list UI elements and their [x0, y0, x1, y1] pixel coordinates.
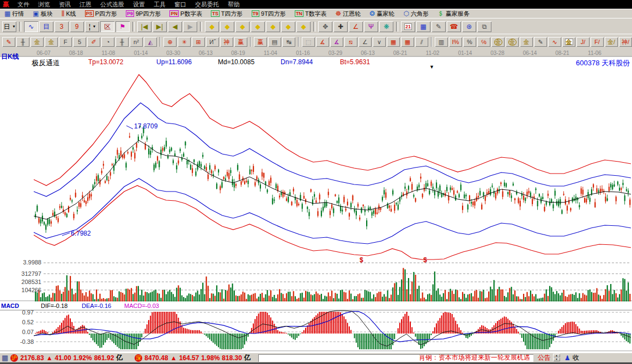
stepper-down-icon[interactable]: ▼	[553, 357, 560, 361]
gann-tool-button[interactable]: Ψ	[364, 21, 378, 32]
shanghai-badge-icon[interactable]: 沪	[10, 354, 18, 362]
collapse-label[interactable]: 收	[573, 353, 579, 362]
p-number-button[interactable]: PNP数字表	[168, 10, 203, 17]
menu-help[interactable]: 帮助	[223, 1, 244, 8]
p9-square-button[interactable]: P99P四方形	[125, 10, 162, 17]
zoom-hboth-button[interactable]: ◆	[235, 21, 250, 32]
menu-window[interactable]: 窗口	[170, 1, 191, 8]
zoom-right-button[interactable]: ◆	[220, 21, 234, 32]
target-circle-button[interactable]: ⊕	[163, 37, 177, 47]
menu-formula-stockpick[interactable]: 公式选股	[96, 1, 129, 8]
goto-first-button[interactable]: |◀	[137, 21, 151, 32]
candle-style-dropdown[interactable]: ¦▾	[85, 21, 99, 32]
p-square-button[interactable]: PSP四方形	[84, 10, 118, 17]
next-button[interactable]: ▶	[183, 21, 197, 32]
winner-service-button[interactable]: ＄赢家服务	[436, 10, 471, 17]
stock-label[interactable]: 600378 天科股份	[576, 58, 630, 68]
n2-ruler-button[interactable]: n²	[130, 37, 143, 47]
bars-9-button[interactable]: 9	[70, 21, 84, 32]
gold-ruler-2-button[interactable]: 金	[45, 37, 58, 47]
notes-button[interactable]: ✎	[432, 21, 446, 32]
crosshair-button[interactable]: ✚	[333, 21, 348, 32]
red-grid-1-button[interactable]: ▦	[387, 37, 400, 47]
shen-ruler-button[interactable]: 神	[220, 37, 233, 47]
menu-news[interactable]: 资讯	[54, 1, 75, 8]
prev-button[interactable]: ◀	[168, 21, 182, 32]
j-angle-button[interactable]: J/	[576, 37, 590, 47]
time-ruler-button[interactable]: ╫	[16, 37, 29, 47]
t-square-button[interactable]: TST四方形	[210, 10, 244, 17]
wave-overlay-button[interactable]: ∿	[24, 21, 38, 32]
winner-wheel-button[interactable]: ❂赢家轮	[368, 10, 396, 17]
zoom-up-button[interactable]: ◆	[266, 21, 280, 32]
stepper-up-icon[interactable]: ▲	[553, 354, 560, 357]
zoom-down-button[interactable]: ◆	[281, 21, 295, 32]
notice-link[interactable]: 公告	[538, 353, 551, 362]
shen-angle-button[interactable]: 神/	[619, 37, 632, 47]
pan-hand-button[interactable]: ✥	[318, 21, 332, 32]
fibo-ruler-button[interactable]: F	[59, 37, 72, 47]
t-number-button[interactable]: TNT数字表	[294, 10, 328, 17]
sail-tool-button[interactable]: ◭	[144, 37, 157, 47]
plain-ruler-button[interactable]: ╫	[116, 37, 129, 47]
gold-line-button[interactable]: 金	[520, 37, 533, 47]
box-diagonal-button[interactable]: ⧅	[344, 37, 357, 47]
quotes-button[interactable]: ▦行情	[3, 10, 25, 17]
menu-gann[interactable]: 江恩	[75, 1, 96, 8]
angle-measure-button[interactable]: ∠	[349, 21, 363, 32]
calculator-button[interactable]: ▦	[416, 21, 430, 32]
t9-square-button[interactable]: T99T四方形	[251, 10, 287, 17]
smart-analysis-button[interactable]: ❋	[379, 21, 393, 32]
print-button[interactable]: ⧉	[477, 21, 491, 32]
ying-ruler-button[interactable]: 赢	[234, 37, 247, 47]
gann-wheel-button[interactable]: ☸江恩轮	[335, 10, 362, 17]
wave-line-button[interactable]: ∿	[548, 37, 561, 47]
f-angle-button[interactable]: F/	[591, 37, 604, 47]
stock-pick-icon[interactable]: ♟	[564, 354, 570, 362]
sectors-button[interactable]: ▣板块	[32, 10, 53, 17]
goto-last-button[interactable]: ▶|	[153, 21, 167, 32]
trend-lines-button[interactable]: ∠	[358, 37, 372, 47]
spiral-ruler-button[interactable]: 5	[73, 37, 86, 47]
news-stepper[interactable]: ▲ ▼	[553, 354, 560, 362]
price-bars-button[interactable]: ▥	[435, 37, 448, 47]
cycle-ruler-button[interactable]: ◔	[101, 37, 114, 47]
network-button[interactable]: ⊛	[462, 21, 476, 32]
news-ticker-text[interactable]: 肖钢：资本市场将迎来新一轮发展机遇	[419, 354, 530, 362]
info-panel-button[interactable]: 目	[39, 21, 53, 32]
percent-button[interactable]: %	[463, 37, 476, 47]
pen-bars-button[interactable]: ✎	[534, 37, 547, 47]
pen-ruler-button[interactable]: ✐	[87, 37, 100, 47]
square-ruler-button[interactable]: ⬚	[302, 37, 315, 47]
percent-line-button[interactable]: ℅	[477, 37, 490, 47]
gold-box-button[interactable]: 金	[562, 37, 575, 47]
flag-marker-button[interactable]: ⚑	[116, 21, 130, 32]
abacus-button[interactable]: ▤	[268, 37, 281, 47]
zoom-vboth-button[interactable]: ◆	[296, 21, 311, 32]
zoom-left-button[interactable]: ◆	[205, 21, 219, 32]
shenzhen-badge-icon[interactable]: 深	[135, 354, 142, 362]
fan-lines-button[interactable]: ∡	[316, 37, 329, 47]
zoom-compress-button[interactable]: ◆	[251, 21, 265, 32]
gold-circle-1-button[interactable]: 金	[491, 37, 505, 47]
zone-view-button[interactable]: 区	[100, 21, 114, 32]
period-day-dropdown[interactable]: 日▾	[2, 21, 16, 32]
spider-web-button[interactable]: ✳	[178, 37, 191, 47]
menu-settings[interactable]: 设置	[129, 1, 149, 8]
t-percent-button[interactable]: Ⅰ%	[449, 37, 462, 47]
red-grid-2-button[interactable]: ▦	[401, 37, 414, 47]
fan-box-button[interactable]: ∡	[330, 37, 343, 47]
parallel-lines-button[interactable]: ⫽	[415, 37, 428, 47]
calendar-button[interactable]: 21	[401, 21, 415, 32]
hspan-button[interactable]: ↹	[282, 37, 295, 47]
quote-grid-icon[interactable]: ▦	[2, 354, 8, 362]
gold-angle-button[interactable]: 金/	[605, 37, 618, 47]
menu-file[interactable]: 文件	[13, 1, 34, 8]
hexagon-button[interactable]: ⬡六角形	[402, 10, 429, 17]
kline-button[interactable]: ⫼K线	[60, 10, 77, 17]
gold-ruler-1-button[interactable]: 金	[31, 37, 44, 47]
phone-button[interactable]: ☎	[447, 21, 461, 32]
menu-browse[interactable]: 浏览	[34, 1, 54, 8]
ying-grid-button[interactable]: 赢	[254, 37, 267, 47]
v-guide-button[interactable]: ∨	[373, 37, 386, 47]
